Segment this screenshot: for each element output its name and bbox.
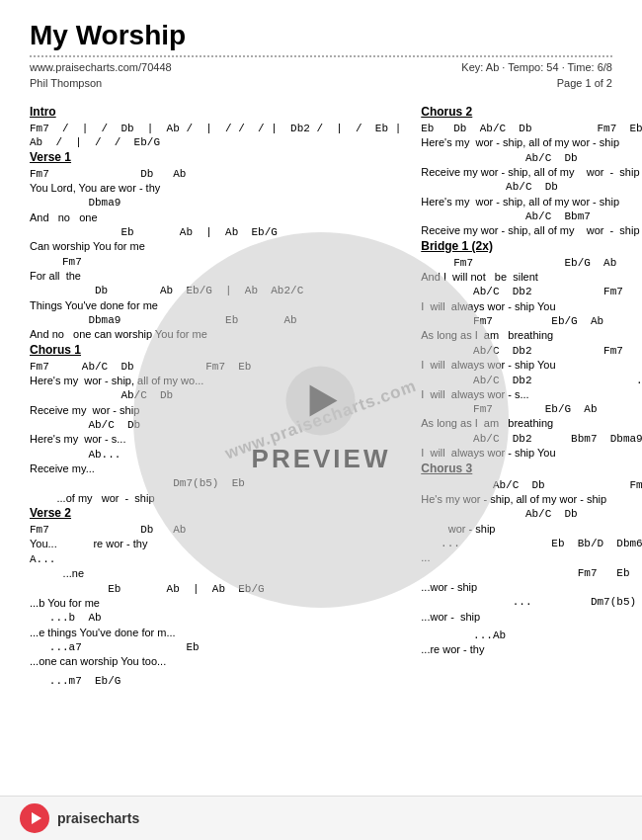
verse1-title: Verse 1 [30, 150, 401, 164]
b1r-chord-2: Fm7 Eb/G Ab [421, 402, 642, 416]
key-tempo-time: Key: Ab · Tempo: 54 · Time: 6/8 [461, 61, 612, 73]
v1-lyric-6: And no one can worship You for me [30, 327, 401, 342]
b1-chord-2: Ab/C Db2 Fm7 Eb [421, 285, 642, 298]
b1-chord-1: Fm7 Eb/G Ab [421, 256, 642, 270]
footer-play-triangle [32, 812, 41, 824]
v1-chord-5: Db Ab Eb/G | Ab Ab2/C [30, 284, 401, 297]
b1-chord-3: Fm7 Eb/G Ab [421, 314, 642, 328]
c3-chord-4: Fm7 Eb [421, 566, 642, 580]
c1-lyric-4: Receive my... [30, 462, 401, 476]
footer: praisecharts [0, 796, 642, 840]
v1-lyric-3: Can worship You for me [30, 239, 401, 254]
b1-lyric-2: I will always wor - ship You [421, 299, 642, 314]
c1-chord-5: Dm7(b5) Eb [30, 476, 401, 490]
v2-lyric-5: ...one can worship You too... [30, 654, 401, 669]
v1-lyric-1: You Lord, You are wor - thy [30, 181, 401, 196]
chorus2-title: Chorus 2 [421, 105, 642, 119]
c3-chord-1: Ab/C Db Fm7 Eb [421, 478, 642, 492]
c3-lyric-4: ...wor - ship [421, 580, 642, 595]
c2-lyric-4: Receive my wor - ship, all of my wor - s… [421, 223, 642, 238]
outro-chord-1: ...Ab [421, 629, 642, 642]
v2-lyric-4: ...e things You've done for m... [30, 626, 401, 640]
intro-section: Intro Fm7 / | / Db | Ab / | / / / | Db2 … [30, 105, 401, 150]
chorus2-section: Chorus 2 Eb Db Ab/C Db Fm7 Eb Here's my … [421, 105, 642, 239]
right-column: Chorus 2 Eb Db Ab/C Db Fm7 Eb Here's my … [421, 105, 642, 688]
c2-lyric-3: Here's my wor - ship, all of my wor - sh… [421, 195, 642, 210]
intro-title: Intro [30, 105, 401, 119]
verse2-section: Verse 2 Fm7 Db Ab You... re wor - thy A.… [30, 506, 401, 688]
b1-chord-4: Ab/C Db2 Fm7 Eb [421, 344, 642, 358]
b1r-lyric-2: As long as I am breathing [421, 416, 642, 431]
v1-chord-4: Fm7 [30, 255, 401, 269]
left-column: Intro Fm7 / | / Db | Ab / | / / / | Db2 … [30, 105, 401, 688]
b1r-lyric-1: I will always wor - s... [421, 387, 642, 402]
v1-lyric-2: And no one [30, 210, 401, 225]
intro-line-2: Ab / | / / Eb/G [30, 135, 401, 149]
v1-chord-3: Eb Ab | Ab Eb/G [30, 225, 401, 239]
chorus3-title: Chorus 3 [421, 462, 642, 475]
v2-chord-6: ...m7 Eb/G [30, 674, 401, 688]
outro-lyric-1: ...re wor - thy [421, 642, 642, 657]
b1-lyric-3: As long as I am breathing [421, 328, 642, 343]
v2-chord-2: A... [30, 552, 401, 566]
c1-lyric-1: Here's my wor - ship, all of my wo... [30, 374, 401, 388]
c2-lyric-2: Receive my wor - ship, all of my wor - s… [421, 165, 642, 180]
c2-chord-2: Ab/C Db Dm7(b5) Eb [421, 151, 642, 165]
b1-lyric-1: And I will not be silent [421, 270, 642, 285]
chorus1-section: Chorus 1 Fm7 Ab/C Db Fm7 Eb Here's my wo… [30, 343, 401, 506]
footer-brand-text: praisecharts [57, 810, 139, 826]
c1-chord-3: Ab/C Db [30, 418, 401, 432]
v1-chord-6: Dbma9 Eb Ab [30, 313, 401, 327]
verse1-section: Verse 1 Fm7 Db Ab You Lord, You are wor … [30, 150, 401, 343]
main-columns: Intro Fm7 / | / Db | Ab / | / / / | Db2 … [30, 105, 612, 688]
bridge1-section: Bridge 1 (2x) Fm7 Eb/G Ab And I will not… [421, 239, 642, 374]
c2-lyric-1: Here's my wor - ship, all of my wor - sh… [421, 135, 642, 150]
v2-lyric-2: ...ne [30, 566, 401, 581]
v2-chord-3: Eb Ab | Ab Eb/G [30, 582, 401, 596]
author-page-row: Phil Thompson Page 1 of 2 [30, 77, 612, 101]
v2-lyric-1: You... re wor - thy [30, 537, 401, 551]
footer-play-icon [20, 803, 49, 833]
page-number: Page 1 of 2 [557, 77, 612, 101]
v1-chord-1: Fm7 Db Ab [30, 167, 401, 181]
meta-row: www.praisecharts.com/70448 Key: Ab · Tem… [30, 61, 612, 73]
bridge1-repeat-section: Ab/C Db2 ... I will always wor - s... Fm… [421, 374, 642, 462]
b1r-chord-1: Ab/C Db2 ... [421, 374, 642, 387]
c3-lyric-3: ... [421, 550, 642, 565]
b1r-chord-3: Ab/C Db2 Bbm7 Dbma9 Eb [421, 432, 642, 446]
page-content: My Worship www.praisecharts.com/70448 Ke… [0, 0, 642, 698]
v1-lyric-5: Things You've done for me [30, 298, 401, 313]
b1r-lyric-3: I will always wor - ship You [421, 446, 642, 461]
title-divider [30, 55, 612, 57]
c3-chord-5: ... Dm7(b5) Eb/B... [421, 595, 642, 609]
c3-lyric-5: ...wor - ship [421, 610, 642, 625]
c1-chord-4: Ab... [30, 448, 401, 462]
c1-lyric-2: Receive my wor - ship [30, 403, 401, 418]
c3-lyric-2: wor - ship [421, 522, 642, 537]
footer-logo: praisecharts [20, 803, 139, 833]
b1-lyric-4: I will always wor - ship You [421, 358, 642, 373]
page-title: My Worship [30, 20, 612, 51]
verse2-title: Verse 2 [30, 506, 401, 520]
v2-lyric-3: ...b You for me [30, 596, 401, 611]
v2-chord-1: Fm7 Db Ab [30, 523, 401, 537]
chorus3-section: Chorus 3 Ab/C Db Fm7 Eb He's my wor - sh… [421, 462, 642, 625]
c3-chord-2: Ab/C Db [421, 507, 642, 521]
c1-chord-2: Ab/C Db [30, 388, 401, 402]
v1-lyric-4: For all the [30, 269, 401, 284]
c2-chord-3: Ab/C Db Fm7 Eb [421, 180, 642, 194]
bridge1-title: Bridge 1 (2x) [421, 239, 642, 253]
outro-section: ...Ab ...re wor - thy [421, 625, 642, 658]
c2-chord-1: Eb Db Ab/C Db Fm7 Eb [421, 122, 642, 135]
c1-lyric-3: Here's my wor - s... [30, 432, 401, 447]
v1-chord-2: Dbma9 [30, 196, 401, 210]
intro-line-1: Fm7 / | / Db | Ab / | / / / | Db2 / | / … [30, 122, 401, 135]
c3-chord-3: ... Eb Bb/D Dbm6 [421, 537, 642, 550]
c2-chord-4: Ab/C Bbm7 Dm7(b5) Eb [421, 210, 642, 223]
chorus1-title: Chorus 1 [30, 343, 401, 357]
url-text: www.praisecharts.com/70448 [30, 61, 172, 73]
c3-lyric-1: He's my wor - ship, all of my wor - ship [421, 492, 642, 507]
author-text: Phil Thompson [30, 77, 102, 89]
c1-chord-1: Fm7 Ab/C Db Fm7 Eb [30, 360, 401, 374]
v2-chord-4: ...b Ab [30, 611, 401, 625]
